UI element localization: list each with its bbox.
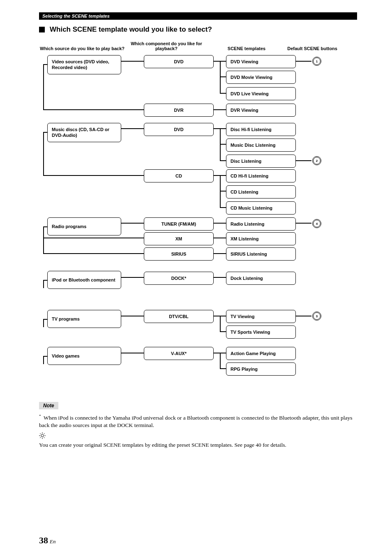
svg-line-6 [44, 437, 45, 438]
connector [220, 207, 226, 208]
template-disc-hifi: Disc Hi-fi Listening [226, 123, 296, 136]
connector [43, 319, 44, 327]
connector [43, 64, 47, 65]
connector [43, 356, 47, 357]
connector [43, 238, 144, 238]
template-dvd-live: DVD Live Viewing [226, 87, 296, 100]
svg-line-5 [40, 433, 41, 434]
scene-button-2-icon: 2 [312, 156, 321, 165]
connector [220, 331, 226, 332]
connector [121, 353, 144, 353]
scene-button-1-label: 1 [316, 60, 318, 63]
connector [220, 93, 226, 94]
section-header-bar: Selecting the SCENE templates [39, 12, 357, 20]
component-dock: DOCK* [144, 272, 214, 285]
template-cd-hifi: CD Hi-fi Listening [226, 169, 296, 182]
template-music-disc: Music Disc Listening [226, 138, 296, 152]
page-number: 38 En [39, 535, 357, 546]
connector [43, 175, 144, 176]
connector [43, 132, 44, 175]
col-header-component: Which component do you like for playback… [125, 41, 208, 51]
connector [43, 226, 44, 253]
template-dock-listen: Dock Listening [226, 272, 296, 285]
hint-icon [39, 432, 357, 441]
scene-button-4-label: 4 [316, 222, 318, 226]
column-headers: Which source do you like to play back? W… [39, 41, 357, 51]
scene-button-1-icon: 1 [312, 57, 321, 66]
page: Selecting the SCENE templates Which SCEN… [0, 0, 392, 554]
heading-square-icon [39, 27, 45, 32]
template-dvr-viewing: DVR Viewing [226, 104, 296, 117]
heading-title: Which SCENE template would you like to s… [50, 25, 212, 34]
col-header-buttons: Default SCENE buttons [286, 41, 339, 51]
connector [43, 280, 44, 288]
template-tv-viewing: TV Viewing [226, 310, 296, 323]
connector [43, 226, 47, 227]
scene-button-3-icon: 3 [312, 312, 321, 321]
connector [220, 61, 221, 94]
connector [220, 76, 226, 77]
scene-button-4-icon: 4 [312, 219, 321, 228]
source-ipod: iPod or Bluetooth component [47, 271, 121, 289]
connector [214, 253, 226, 254]
scene-button-2-label: 2 [316, 159, 318, 163]
connector [296, 316, 311, 316]
template-action-game: Action Game Playing [226, 347, 296, 360]
col-header-source: Which source do you like to play back? [39, 41, 125, 51]
connector [220, 175, 221, 208]
connector [214, 238, 226, 238]
template-cd-listen: CD Listening [226, 185, 296, 199]
scene-flow-chart: Video sources (DVD video, Recorded video… [39, 55, 357, 392]
connector [121, 128, 144, 129]
note-label: Note [39, 402, 58, 409]
page-number-value: 38 [39, 535, 48, 545]
connector [43, 319, 47, 320]
connector [121, 223, 144, 224]
asterisk-marker: * [39, 414, 41, 418]
connector [214, 277, 226, 278]
connector [121, 277, 144, 278]
page-lang: En [50, 538, 55, 545]
template-cd-music: CD Music Listening [226, 201, 296, 215]
connector [214, 109, 226, 110]
template-radio-listen: Radio Listening [226, 217, 296, 231]
component-dvd2: DVD [144, 123, 214, 136]
template-tv-sports: TV Sports Viewing [226, 325, 296, 339]
component-cd: CD [144, 169, 214, 182]
source-radio: Radio programs [47, 217, 121, 235]
component-dvr: DVR [144, 104, 214, 117]
note-body: * When iPod is connected to the Yamaha i… [39, 413, 357, 429]
template-dvd-viewing: DVD Viewing [226, 55, 296, 68]
hint-body: You can create your original SCENE templ… [39, 441, 357, 449]
source-video: Video sources (DVD video, Recorded video… [47, 55, 121, 74]
connector [121, 61, 144, 62]
component-vaux: V-AUX* [144, 347, 214, 360]
component-tuner: TUNER (FM/AM) [144, 217, 214, 231]
component-dtv: DTV/CBL [144, 310, 214, 323]
source-games: Video games [47, 347, 121, 365]
connector [121, 316, 144, 316]
connector [43, 132, 47, 133]
source-music: Music discs (CD, SA-CD or DVD-Audio) [47, 123, 121, 142]
svg-line-7 [40, 437, 41, 438]
connector [43, 109, 144, 110]
component-sirius: SIRIUS [144, 247, 214, 261]
connector [296, 61, 311, 62]
template-disc-listen: Disc Listening [226, 155, 296, 168]
connector [220, 144, 226, 145]
template-rpg: RPG Playing [226, 362, 296, 376]
source-tv: TV programs [47, 310, 121, 328]
subsection-heading: Which SCENE template would you like to s… [39, 25, 357, 34]
svg-line-8 [44, 433, 45, 434]
component-dvd: DVD [144, 55, 214, 68]
connector [43, 64, 44, 109]
template-xm-listen: XM Listening [226, 232, 296, 245]
scene-button-3-label: 3 [316, 314, 318, 318]
connector [43, 280, 47, 281]
connector [296, 160, 311, 161]
connector [220, 191, 226, 192]
component-xm: XM [144, 232, 214, 245]
connector [220, 368, 226, 369]
note-text: When iPod is connected to the Yamaha iPo… [39, 415, 353, 428]
svg-point-0 [41, 434, 44, 437]
